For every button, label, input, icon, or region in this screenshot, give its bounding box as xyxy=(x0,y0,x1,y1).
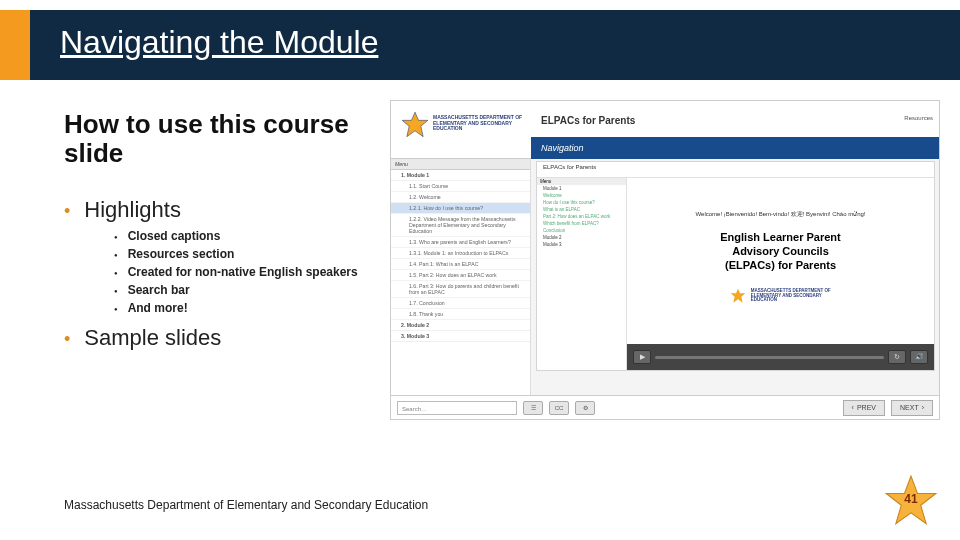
accent-bar xyxy=(0,10,30,80)
list-item: ●Resources section xyxy=(114,247,374,263)
bullet-sample-slides: • Sample slides xyxy=(64,325,374,351)
list-item: ●Created for non-native English speakers xyxy=(114,265,374,281)
page-number: 41 xyxy=(884,492,938,506)
menu-module[interactable]: 1. Module 1 xyxy=(391,170,530,181)
play-button[interactable]: ▶ xyxy=(633,350,651,364)
footer-text: Massachusetts Department of Elementary a… xyxy=(64,498,428,512)
page-number-badge: 41 xyxy=(884,474,938,528)
player-header: MASSACHUSETTS DEPARTMENT OF ELEMENTARY A… xyxy=(391,101,939,159)
menu-sub[interactable]: 1.7. Conclusion xyxy=(391,298,530,309)
highlights-list: ●Closed captions ●Resources section ●Cre… xyxy=(114,229,374,317)
title-bar: Navigating the Module xyxy=(0,10,960,80)
volume-button[interactable]: 🔊 xyxy=(910,350,928,364)
navigation-tab[interactable]: Navigation xyxy=(531,137,939,159)
menu-module[interactable]: 2. Module 2 xyxy=(391,320,530,331)
player-bottom-bar: Search… ☰ CC ⚙ ‹PREV NEXT› xyxy=(391,395,939,419)
menu-sub[interactable]: 1.3. Who are parents and English Learner… xyxy=(391,237,530,248)
list-item: ●Search bar xyxy=(114,283,374,299)
list-item: ●Closed captions xyxy=(114,229,374,245)
course-player-screenshot: MASSACHUSETTS DEPARTMENT OF ELEMENTARY A… xyxy=(390,100,940,420)
chevron-left-icon: ‹ xyxy=(852,404,854,411)
list-item: ●And more! xyxy=(114,301,374,317)
toggle-button[interactable]: ☰ xyxy=(523,401,543,415)
menu-sub[interactable]: 1.5. Part 2: How does an ELPAC work xyxy=(391,270,530,281)
menu-sub[interactable]: 1.2.2. Video Message from the Massachuse… xyxy=(391,214,530,237)
search-input[interactable]: Search… xyxy=(397,401,517,415)
bullet-label: Highlights xyxy=(84,197,181,223)
prev-button[interactable]: ‹PREV xyxy=(843,400,885,416)
menu-sub[interactable]: 1.6. Part 3: How do parents and children… xyxy=(391,281,530,298)
course-title: ELPACs for Parents xyxy=(541,115,635,126)
cc-button[interactable]: CC xyxy=(549,401,569,415)
menu-sub[interactable]: 1.2. Welcome xyxy=(391,192,530,203)
slide: Navigating the Module How to use this co… xyxy=(0,0,960,540)
next-button[interactable]: NEXT› xyxy=(891,400,933,416)
settings-button[interactable]: ⚙ xyxy=(575,401,595,415)
menu-header: Menu xyxy=(391,159,530,170)
chevron-right-icon: › xyxy=(922,404,924,411)
subtitle: How to use this course slide xyxy=(64,110,374,167)
logo-text: MASSACHUSETTS DEPARTMENT OF ELEMENTARY A… xyxy=(433,115,522,132)
inner-menu[interactable]: Menu Module 1 Welcome How do I use this … xyxy=(537,178,627,370)
replay-button[interactable]: ↻ xyxy=(888,350,906,364)
menu-sub[interactable]: 1.8. Thank you xyxy=(391,309,530,320)
inner-slide-preview: ELPACs for Parents Menu Module 1 Welcome… xyxy=(536,161,935,371)
seek-bar[interactable] xyxy=(655,356,884,359)
menu-sub[interactable]: 1.1. Start Course xyxy=(391,181,530,192)
star-icon xyxy=(730,288,746,304)
media-controls: ▶ ↻ 🔊 xyxy=(627,344,934,370)
menu-sub[interactable]: 1.3.1. Module 1: an Introduction to ELPA… xyxy=(391,248,530,259)
bullet-label: Sample slides xyxy=(84,325,221,351)
inner-title: English Learner Parent Advisory Councils… xyxy=(635,231,926,272)
inner-content: Welcome! ¡Bienvenido! Bem-vindo! 欢迎! Bye… xyxy=(627,178,934,344)
resources-link[interactable]: Resources xyxy=(904,115,933,121)
svg-marker-6 xyxy=(731,289,746,303)
menu-module[interactable]: 3. Module 3 xyxy=(391,331,530,342)
welcome-line: Welcome! ¡Bienvenido! Bem-vindo! 欢迎! Bye… xyxy=(635,210,926,219)
menu-sub[interactable]: 1.4. Part 1: What is an ELPAC xyxy=(391,259,530,270)
dept-logo xyxy=(401,111,429,143)
star-icon xyxy=(401,111,429,139)
bullet-dot-icon: • xyxy=(64,201,70,222)
bullet-dot-icon: • xyxy=(64,329,70,350)
svg-marker-0 xyxy=(402,112,428,137)
menu-sub-active[interactable]: 1.2.1. How do I use this course? xyxy=(391,203,530,214)
inner-logo: MASSACHUSETTS DEPARTMENT OF ELEMENTARY A… xyxy=(730,286,831,304)
left-column: How to use this course slide • Highlight… xyxy=(64,110,374,357)
slide-title: Navigating the Module xyxy=(60,24,378,61)
bullet-highlights: • Highlights xyxy=(64,197,374,223)
inner-header: ELPACs for Parents xyxy=(537,162,934,178)
course-menu[interactable]: Menu 1. Module 1 1.1. Start Course 1.2. … xyxy=(391,159,531,395)
